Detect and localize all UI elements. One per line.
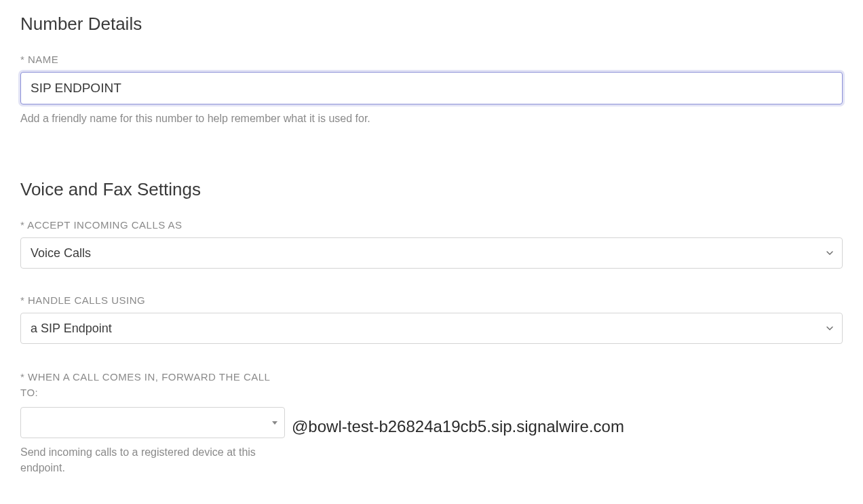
accept-calls-group: * ACCEPT INCOMING CALLS AS Voice Calls (20, 219, 843, 269)
name-help-text: Add a friendly name for this number to h… (20, 111, 843, 126)
forward-call-help: Send incoming calls to a registered devi… (20, 445, 285, 476)
forward-call-label: * WHEN A CALL COMES IN, FORWARD THE CALL… (20, 370, 285, 400)
name-input[interactable] (20, 72, 843, 104)
voice-fax-title: Voice and Fax Settings (20, 179, 843, 200)
number-details-title: Number Details (20, 14, 843, 35)
forward-call-select[interactable] (20, 407, 285, 438)
name-label: * NAME (20, 54, 843, 65)
handle-calls-label: * HANDLE CALLS USING (20, 294, 843, 306)
forward-call-row: * WHEN A CALL COMES IN, FORWARD THE CALL… (20, 370, 843, 476)
name-field-group: * NAME Add a friendly name for this numb… (20, 54, 843, 126)
accept-calls-select[interactable]: Voice Calls (20, 237, 843, 269)
handle-calls-select[interactable]: a SIP Endpoint (20, 313, 843, 344)
caret-down-icon (272, 421, 277, 425)
handle-calls-group: * HANDLE CALLS USING a SIP Endpoint (20, 294, 843, 344)
accept-calls-label: * ACCEPT INCOMING CALLS AS (20, 219, 843, 231)
sip-domain-suffix: @bowl-test-b26824a19cb5.sip.signalwire.c… (292, 387, 624, 476)
